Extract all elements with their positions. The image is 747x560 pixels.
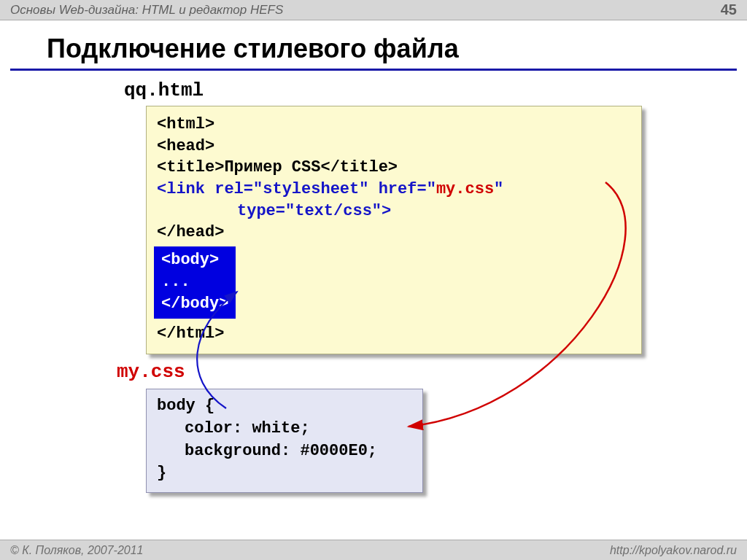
- footer-bar: © К. Поляков, 2007-2011 http://kpolyakov…: [0, 540, 747, 560]
- code-line: </body>: [161, 293, 228, 315]
- code-line: <html>: [157, 115, 214, 133]
- copyright: © К. Поляков, 2007-2011: [10, 544, 143, 557]
- filename-html: qq.html: [124, 79, 711, 101]
- header-bar: Основы Web-дизайна: HTML и редактор HEFS…: [0, 0, 747, 20]
- page-number: 45: [721, 1, 737, 18]
- code-line: color: white;: [157, 418, 412, 440]
- footer-url: http://kpolyakov.narod.ru: [610, 544, 737, 557]
- body-highlight-box: <body> ... </body>: [154, 246, 236, 319]
- code-block-html: <html> <head> <title>Пример CSS</title> …: [146, 106, 642, 354]
- code-line: Пример CSS: [224, 158, 320, 176]
- breadcrumb: Основы Web-дизайна: HTML и редактор HEFS: [10, 3, 283, 18]
- code-line: </title>: [320, 158, 398, 176]
- code-line: background: #0000E0;: [157, 440, 412, 463]
- code-highlight: my.css: [436, 180, 494, 198]
- code-line: }: [157, 462, 412, 485]
- code-line: <link rel="stylesheet" href=": [157, 180, 436, 198]
- filename-css: my.css: [117, 361, 185, 383]
- code-line: body {: [157, 395, 412, 418]
- code-line: <body>: [161, 249, 228, 271]
- code-line: </head>: [157, 223, 224, 241]
- slide-title: Подключение стилевого файла: [10, 20, 737, 71]
- code-line: </html>: [157, 324, 224, 343]
- code-line: type="text/css">: [237, 202, 391, 220]
- code-line: ...: [161, 271, 228, 293]
- code-line: ": [494, 180, 503, 198]
- code-block-css: body { color: white; background: #0000E0…: [146, 389, 423, 493]
- code-line: <title>: [157, 158, 224, 176]
- slide-content: qq.html <html> <head> <title>Пример CSS<…: [0, 71, 747, 560]
- code-line: <head>: [157, 137, 214, 155]
